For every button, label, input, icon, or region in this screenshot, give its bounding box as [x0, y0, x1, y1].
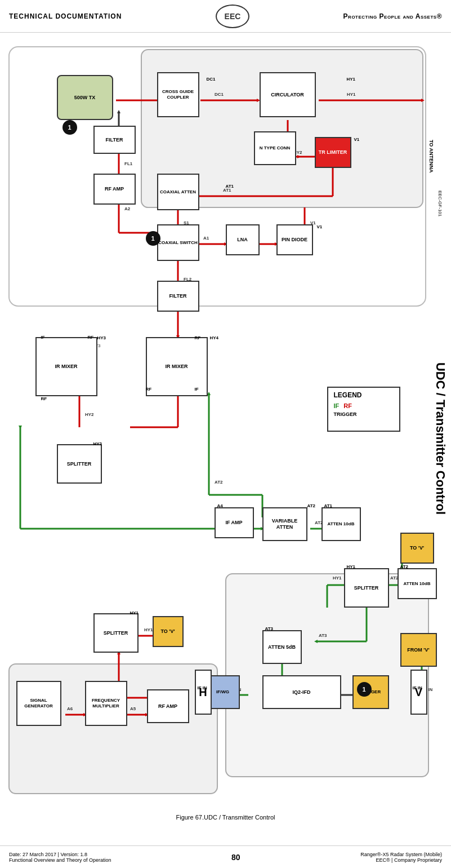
svg-text:EEC-GF-101: EEC-GF-101 — [437, 191, 443, 217]
block-from-v: FROM 'V' — [400, 633, 437, 667]
block-to-v-inner: TO 'V' — [153, 616, 184, 647]
logo: EEC — [216, 5, 249, 28]
block-pin-diode: PIN DIODE — [276, 224, 313, 255]
block-coaxial-switch: COAXIAL SWITCH — [157, 224, 199, 261]
svg-marker-43 — [117, 110, 120, 113]
tag-dc1: DC1 — [207, 77, 216, 82]
tag-rf-hy4: RF — [146, 387, 152, 392]
footer-left: Date: 27 March 2017 | Version: 1.8 Funct… — [9, 852, 111, 863]
block-tr-limiter: TR LIMITER — [315, 137, 351, 168]
svg-text:DC1: DC1 — [215, 92, 224, 97]
block-to-v-right: TO 'V' — [400, 533, 434, 564]
svg-text:AT3: AT3 — [319, 633, 327, 638]
legend-box: LEGEND IF RF TRIGGER — [327, 387, 400, 432]
tag-rf-hy3: RF — [88, 335, 94, 340]
block-if-amp: IF AMP — [215, 507, 254, 538]
svg-marker-100 — [19, 426, 22, 429]
tag-if-hy3: IF — [41, 335, 45, 340]
block-splitter-hy2: SPLITTER — [57, 444, 102, 484]
block-ir-mixer-hy3: IR MIXER — [35, 337, 97, 396]
tag-at1-top: AT1 — [226, 184, 234, 189]
block-lna: LNA — [226, 224, 260, 255]
block-freq-mult: FREQUENCY MULTIPLIER — [85, 681, 127, 726]
block-iq2-ifd: IQ2-IFD — [262, 675, 341, 709]
block-rf-amp-top: RF AMP — [93, 174, 136, 205]
block-coaxial-atten: COAXIAL ATTEN — [157, 174, 199, 210]
tag-a4: A4 — [217, 503, 223, 508]
tag-at2-right: AT2 — [400, 564, 409, 569]
diagram-container: TO ANTENNA EEC-GF-101 UDC / Transmitter … — [6, 38, 445, 822]
tag-at1-right: AT1 — [324, 503, 333, 508]
tag-hy3: HY3 — [97, 335, 106, 340]
block-signal-gen: SIGNAL GENERATOR — [16, 681, 61, 726]
svg-text:A1: A1 — [203, 236, 209, 241]
circle-1-trigger: 1 — [357, 682, 372, 697]
svg-text:AT2: AT2 — [215, 480, 223, 485]
tag-v1-top: V1 — [354, 137, 360, 142]
footer: Date: 27 March 2017 | Version: 1.8 Funct… — [0, 845, 451, 868]
tag-at2-vatten: AT2 — [307, 503, 316, 508]
circle-1-switch: 1 — [146, 231, 160, 246]
tag-hy2: HY2 — [93, 441, 102, 446]
svg-text:A2: A2 — [124, 206, 131, 211]
label-h: H — [195, 670, 212, 715]
tag-if-in-right: IF IN — [413, 685, 422, 690]
legend-rf-label: RF — [343, 402, 352, 409]
header-title: Technical Documentation — [9, 12, 122, 20]
svg-marker-77 — [314, 640, 318, 643]
block-filter-fl2: FILTER — [157, 281, 199, 312]
block-variable-atten: VARIABLE ATTEN — [262, 507, 307, 541]
legend-trigger-label: TRIGGER — [334, 411, 394, 417]
tag-hy1-top: HY1 — [347, 77, 356, 82]
circle-1-tx: 1 — [62, 120, 77, 135]
svg-marker-13 — [421, 99, 425, 102]
svg-text:TO ANTENNA: TO ANTENNA — [428, 140, 434, 173]
svg-text:HY2: HY2 — [85, 412, 94, 417]
tag-at3: AT3 — [265, 626, 274, 631]
block-atten-5db: ATTEN 5dB — [262, 630, 302, 664]
block-filter-fl1: FILTER — [93, 126, 136, 154]
tag-if-in-left: IF IN — [198, 685, 207, 690]
tag-hy1-right: HY1 — [347, 564, 356, 569]
footer-right: Ranger®-X5 Radar System (Mobile) EEC® | … — [360, 852, 442, 863]
tag-rf-hy4b: RF — [195, 335, 201, 340]
tag-rf-hy3b: RF — [41, 396, 47, 401]
header-subtitle: Protecting People and Assets® — [343, 12, 442, 20]
tag-hy4: HY4 — [210, 335, 219, 340]
block-splitter-hy1-right: SPLITTER — [344, 568, 389, 608]
block-circulator: CIRCULATOR — [260, 72, 316, 117]
block-cross-guide: CROSS GUIDE COUPLER — [157, 72, 199, 117]
svg-text:HY1: HY1 — [333, 575, 342, 581]
block-atten-10db-at1: ATTEN 10dB — [321, 507, 361, 541]
label-v: V — [410, 670, 427, 715]
svg-text:HY1: HY1 — [347, 92, 356, 97]
svg-text:UDC / Transmitter Control: UDC / Transmitter Control — [434, 362, 445, 515]
legend-title: LEGEND — [334, 391, 394, 399]
svg-text:FL1: FL1 — [124, 161, 133, 166]
main-content: TO ANTENNA EEC-GF-101 UDC / Transmitter … — [0, 33, 451, 845]
block-atten-10db-at2: ATTEN 10dB — [398, 568, 437, 599]
svg-marker-18 — [297, 155, 301, 158]
svg-text:A5: A5 — [130, 706, 136, 711]
block-n-type-conn: N TYPE CONN — [254, 131, 296, 165]
legend-if-label: IF — [334, 402, 340, 409]
svg-text:A6: A6 — [67, 706, 73, 711]
block-500w-tx: 500W TX — [57, 75, 113, 120]
tag-if-hy4: IF — [195, 387, 199, 392]
tag-v1-mid: V1 — [317, 224, 323, 229]
block-rf-amp-a3: RF AMP — [147, 689, 189, 723]
header: Technical Documentation EEC Protecting P… — [0, 0, 451, 33]
block-splitter-hy1-inner: SPLITTER — [93, 613, 139, 653]
svg-text:HY1: HY1 — [144, 627, 153, 632]
footer-page-number: 80 — [231, 853, 240, 862]
figure-caption: Figure 67.UDC / Transmitter Control — [6, 814, 445, 821]
tag-hy1-inner: HY1 — [130, 610, 139, 615]
